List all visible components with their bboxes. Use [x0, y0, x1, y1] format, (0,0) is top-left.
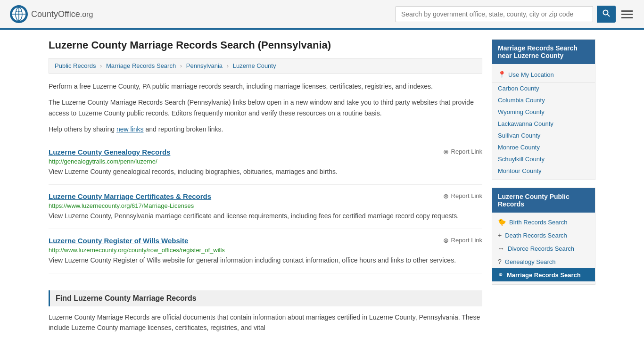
report-label-1: Report Link — [451, 192, 482, 199]
find-section-text: Luzerne County Marriage Records are offi… — [49, 312, 482, 333]
page-title: Luzerne County Marriage Records Search (… — [49, 39, 482, 51]
logo-area: CountyOffice.org — [9, 5, 93, 24]
nearby-county-4[interactable]: Sullivan County — [492, 130, 595, 141]
result-title-2[interactable]: Luzerne County Register of Wills Website — [49, 237, 188, 245]
result-desc-0: View Luzerne County genealogical records… — [49, 167, 482, 177]
breadcrumb-public-records[interactable]: Public Records — [55, 62, 96, 69]
nearby-county-link-3[interactable]: Lackawanna County — [498, 120, 553, 127]
nearby-county-link-2[interactable]: Wyoming County — [498, 108, 545, 115]
nearby-list: 📍 Use My Location Carbon CountyColumbia … — [492, 64, 595, 180]
report-label-2: Report Link — [451, 237, 482, 244]
result-title-0[interactable]: Luzerne County Genealogy Records — [49, 148, 170, 156]
breadcrumb-luzerne[interactable]: Luzerne County — [233, 62, 276, 69]
report-icon-2: ⊗ — [443, 237, 449, 244]
nearby-county-1[interactable]: Columbia County — [492, 94, 595, 106]
find-section-title: Find Luzerne County Marriage Records — [49, 290, 482, 306]
results-container: Luzerne County Genealogy Records ⊗ Repor… — [49, 140, 482, 273]
pub-records-link-4[interactable]: Marriage Records Search — [507, 272, 581, 279]
main-content: Luzerne County Marriage Records Search (… — [49, 39, 482, 338]
pub-icon-4: ⚭ — [498, 271, 504, 279]
pub-records-item-1[interactable]: + Death Records Search — [492, 229, 595, 242]
pub-records-item-0[interactable]: 🐤 Birth Records Search — [492, 215, 595, 229]
pub-icon-3: ? — [498, 258, 502, 265]
description-3: Help others by sharing new links and rep… — [49, 124, 482, 134]
nearby-county-0[interactable]: Carbon County — [492, 82, 595, 94]
bc-sep-2: › — [180, 62, 182, 69]
search-area — [395, 6, 635, 23]
report-icon-1: ⊗ — [443, 192, 449, 200]
logo-text: CountyOffice.org — [31, 9, 93, 19]
nearby-county-link-4[interactable]: Sullivan County — [498, 132, 540, 139]
result-desc-1: View Luzerne County, Pennsylvania marria… — [49, 211, 482, 221]
nearby-county-link-5[interactable]: Monroe County — [498, 144, 540, 151]
svg-point-6 — [603, 10, 608, 15]
search-button[interactable] — [597, 6, 616, 23]
new-links-link[interactable]: new links — [116, 125, 144, 133]
use-location-item[interactable]: 📍 Use My Location — [492, 67, 595, 82]
description-2: The Luzerne County Marriage Records Sear… — [49, 97, 482, 118]
pub-records-item-2[interactable]: ↔ Divorce Records Search — [492, 242, 595, 255]
breadcrumb-marriage-records[interactable]: Marriage Records Search — [106, 62, 176, 69]
desc3-pre: Help others by sharing — [49, 125, 116, 133]
nearby-county-link-1[interactable]: Columbia County — [498, 97, 545, 104]
nearby-box: Marriage Records Search near Luzerne Cou… — [492, 39, 595, 180]
search-icon — [603, 9, 610, 17]
menu-bar-3 — [621, 17, 633, 18]
description-1: Perform a free Luzerne County, PA public… — [49, 81, 482, 91]
pub-records-item-3[interactable]: ? Genealogy Search — [492, 255, 595, 268]
report-icon-0: ⊗ — [443, 148, 449, 156]
result-url-1[interactable]: https://www.luzernecounty.org/617/Marria… — [49, 202, 482, 209]
pub-records-item-4[interactable]: ⚭ Marriage Records Search — [492, 268, 595, 281]
nearby-title: Marriage Records Search near Luzerne Cou… — [492, 40, 595, 64]
pub-icon-0: 🐤 — [498, 218, 506, 226]
result-url-0[interactable]: http://genealogytrails.com/penn/luzerne/ — [49, 158, 482, 165]
nearby-county-5[interactable]: Monroe County — [492, 141, 595, 153]
desc3-post: and reporting broken links. — [144, 125, 223, 133]
result-url-2[interactable]: http://www.luzernecounty.org/county/row_… — [49, 247, 482, 254]
search-input[interactable] — [395, 6, 593, 22]
pub-records-link-2[interactable]: Divorce Records Search — [508, 245, 574, 252]
nearby-county-7[interactable]: Montour County — [492, 165, 595, 177]
nearby-county-6[interactable]: Schuylkill County — [492, 153, 595, 165]
sidebar: Marriage Records Search near Luzerne Cou… — [492, 39, 595, 338]
menu-button[interactable] — [619, 8, 635, 20]
report-link-2[interactable]: ⊗ Report Link — [443, 237, 482, 244]
result-item-2: Luzerne County Register of Wills Website… — [49, 229, 482, 273]
menu-bar-2 — [621, 14, 633, 15]
location-icon: 📍 — [498, 71, 506, 78]
use-location-link[interactable]: Use My Location — [508, 71, 554, 78]
nearby-county-link-6[interactable]: Schuylkill County — [498, 156, 545, 163]
result-title-1[interactable]: Luzerne County Marriage Certificates & R… — [49, 192, 211, 200]
svg-line-7 — [608, 15, 610, 17]
report-link-1[interactable]: ⊗ Report Link — [443, 192, 482, 200]
report-link-0[interactable]: ⊗ Report Link — [443, 148, 482, 156]
public-records-title: Luzerne County Public Records — [492, 188, 595, 213]
menu-bar-1 — [621, 10, 633, 12]
breadcrumb: Public Records › Marriage Records Search… — [49, 58, 482, 74]
pub-records-link-1[interactable]: Death Records Search — [505, 232, 567, 239]
logo-icon — [9, 5, 28, 24]
bc-sep-3: › — [227, 62, 229, 69]
pub-records-link-3[interactable]: Genealogy Search — [505, 258, 556, 265]
pub-icon-2: ↔ — [498, 245, 504, 252]
public-records-list: 🐤 Birth Records Search + Death Records S… — [492, 213, 595, 284]
nearby-county-2[interactable]: Wyoming County — [492, 106, 595, 118]
nearby-county-link-7[interactable]: Montour County — [498, 167, 542, 174]
breadcrumb-pennsylvania[interactable]: Pennsylvania — [186, 62, 223, 69]
bc-sep-1: › — [100, 62, 102, 69]
result-item-1: Luzerne County Marriage Certificates & R… — [49, 185, 482, 229]
nearby-county-link-0[interactable]: Carbon County — [498, 85, 539, 92]
report-label-0: Report Link — [451, 148, 482, 155]
result-item-0: Luzerne County Genealogy Records ⊗ Repor… — [49, 140, 482, 185]
find-section: Find Luzerne County Marriage Records Luz… — [49, 283, 482, 333]
pub-records-link-0[interactable]: Birth Records Search — [509, 219, 568, 226]
public-records-box: Luzerne County Public Records 🐤 Birth Re… — [492, 188, 595, 285]
nearby-county-3[interactable]: Lackawanna County — [492, 118, 595, 130]
result-desc-2: View Luzerne County Register of Wills we… — [49, 255, 482, 265]
pub-icon-1: + — [498, 231, 502, 239]
